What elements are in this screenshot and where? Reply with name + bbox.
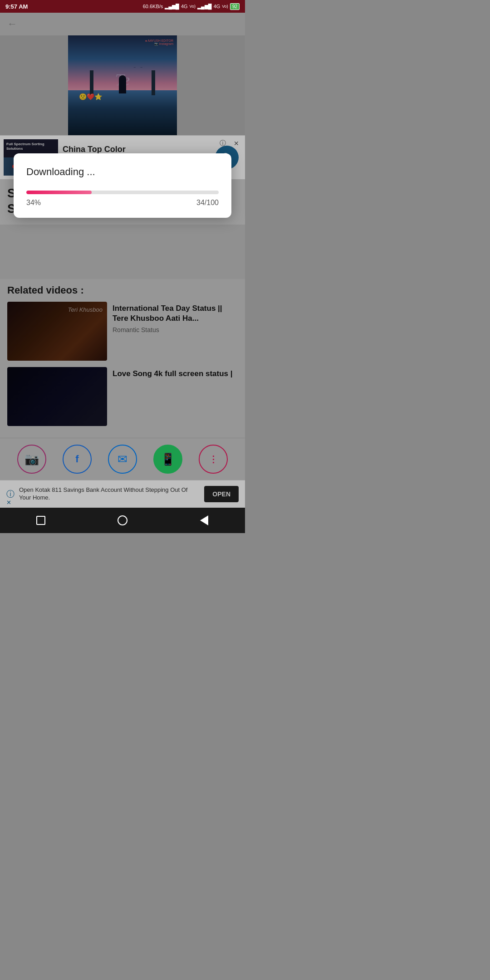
video-item-2[interactable]: Love Song 4k full screen status | xyxy=(7,367,238,426)
video-thumb-1: Teri Khusboo xyxy=(7,302,107,361)
birds-decoration: ~ ~ xyxy=(133,65,144,69)
status-right: 60.6KB/s ▂▄▆█ 4G Vo) ▂▄▆█ 4G Vo) 92 xyxy=(143,3,240,10)
nav-bar xyxy=(0,508,245,533)
video-title-1: International Tea Day Status || Tere Khu… xyxy=(113,304,238,323)
ad-bottom-info-icon: ⓘ xyxy=(6,489,15,500)
video-thumb-2 xyxy=(7,367,107,426)
top-bar: ← xyxy=(0,13,245,35)
volte2-icon: Vo) xyxy=(222,4,228,9)
signal-bars-1: ▂▄▆█ xyxy=(165,4,179,10)
nav-square-button[interactable] xyxy=(32,511,50,529)
triangle-icon xyxy=(200,515,208,525)
ad-close-icon[interactable]: ✕ xyxy=(231,138,241,148)
ad-info-icon[interactable]: ⓘ xyxy=(218,138,228,148)
facebook-icon: f xyxy=(75,453,78,465)
share-row: 📷 f ✉ 📱 ⋮ xyxy=(0,438,245,480)
square-icon xyxy=(36,516,45,525)
share-more-button[interactable]: ⋮ xyxy=(199,445,228,474)
nav-back-button[interactable] xyxy=(195,511,213,529)
dialog-title: Downloading ... xyxy=(26,166,219,178)
volte-icon: Vo) xyxy=(190,4,196,9)
video-thumbnail[interactable]: Te ~ ~ 🙁❤️⭐ ● AAYUSH EDITOR📷 Instagram xyxy=(68,35,177,135)
related-header: Related videos : xyxy=(7,284,238,296)
nav-home-button[interactable] xyxy=(113,511,132,529)
progress-percent-label: 34% xyxy=(26,199,41,207)
instagram-icon: 📷 xyxy=(24,452,39,466)
ad-bottom-open-button[interactable]: OPEN xyxy=(204,486,239,502)
ad-bottom-text: Open Kotak 811 Savings Bank Account With… xyxy=(19,486,200,502)
video-thumbnail-container: Te ~ ~ 🙁❤️⭐ ● AAYUSH EDITOR📷 Instagram xyxy=(0,35,245,135)
progress-bar-bg xyxy=(26,191,219,194)
thumb-emojis: 🙁❤️⭐ xyxy=(79,93,102,100)
battery-icon: 92 xyxy=(230,3,240,10)
progress-bar-fill xyxy=(26,191,92,194)
download-dialog: Downloading ... 34% 34/100 xyxy=(14,153,231,218)
status-time: 9:57 AM xyxy=(5,3,28,10)
tower-right xyxy=(152,70,155,95)
back-button[interactable]: ← xyxy=(7,18,17,30)
main-content: ← Te ~ ~ 🙁❤️⭐ ● AAYUSH EDITOR📷 Instagram… xyxy=(0,13,245,508)
share-whatsapp-button[interactable]: 📱 xyxy=(153,445,182,474)
network1-label: 4G xyxy=(181,4,188,9)
video-info-2: Love Song 4k full screen status | xyxy=(113,367,238,426)
ad-thumb-text: Full Spectrum Sorting Solutions xyxy=(6,142,58,151)
tower-left xyxy=(90,70,93,95)
network-speed: 60.6KB/s xyxy=(143,4,163,9)
signal-bars-2: ▂▄▆█ xyxy=(197,4,212,10)
progress-labels: 34% 34/100 xyxy=(26,199,219,207)
thumb-dark-bg xyxy=(7,367,107,426)
network2-label: 4G xyxy=(214,4,220,9)
ad-icons-row: ⓘ ✕ xyxy=(218,138,241,148)
circle-icon xyxy=(118,515,127,525)
silhouette-figure xyxy=(119,75,126,93)
video-title-2: Love Song 4k full screen status | xyxy=(113,369,238,379)
related-section: Related videos : Teri Khusboo Internatio… xyxy=(0,279,245,438)
more-icon: ⋮ xyxy=(209,454,218,465)
share-instagram-button[interactable]: 📷 xyxy=(17,445,46,474)
ad-bottom-close-button[interactable]: ✕ xyxy=(6,499,11,506)
progress-count-label: 34/100 xyxy=(196,199,219,207)
status-bar: 9:57 AM 60.6KB/s ▂▄▆█ 4G Vo) ▂▄▆█ 4G Vo)… xyxy=(0,0,245,13)
whatsapp-icon: 📱 xyxy=(161,452,175,466)
video-info-1: International Tea Day Status || Tere Khu… xyxy=(113,302,238,361)
video-item-1[interactable]: Teri Khusboo International Tea Day Statu… xyxy=(7,302,238,361)
messenger-icon: ✉ xyxy=(118,452,127,466)
video-channel-1: Romantic Status xyxy=(113,326,238,333)
share-facebook-button[interactable]: f xyxy=(63,445,92,474)
share-messenger-button[interactable]: ✉ xyxy=(108,445,137,474)
ad-bottom-banner: ⓘ Open Kotak 811 Savings Bank Account Wi… xyxy=(0,480,245,508)
watermark: ● AAYUSH EDITOR📷 Instagram xyxy=(145,39,173,46)
thumb-title-overlay-1: Teri Khusboo xyxy=(68,306,103,313)
